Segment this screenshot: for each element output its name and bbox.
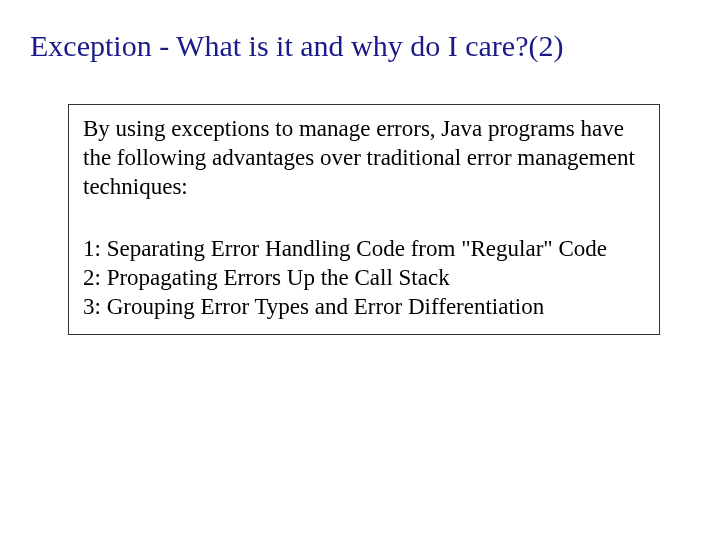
advantage-item-1: 1: Separating Error Handling Code from "… (83, 235, 645, 264)
content-box: By using exceptions to manage errors, Ja… (68, 104, 660, 335)
slide-title: Exception - What is it and why do I care… (30, 28, 690, 64)
advantage-item-3: 3: Grouping Error Types and Error Differ… (83, 293, 645, 322)
advantage-list: 1: Separating Error Handling Code from "… (83, 235, 645, 321)
advantage-item-2: 2: Propagating Errors Up the Call Stack (83, 264, 645, 293)
intro-paragraph: By using exceptions to manage errors, Ja… (83, 115, 645, 201)
slide: Exception - What is it and why do I care… (0, 0, 720, 540)
